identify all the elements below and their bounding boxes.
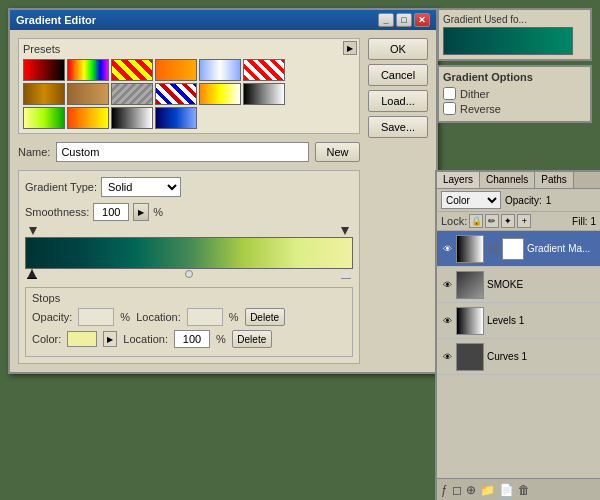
preset-item[interactable] [199, 83, 241, 105]
tab-paths[interactable]: Paths [535, 172, 574, 188]
layer-thumb-smoke [456, 271, 484, 299]
scroll-right-icon: ▶ [347, 44, 353, 53]
color-location-label: Location: [123, 333, 168, 345]
dither-checkbox[interactable] [443, 87, 456, 100]
minimize-button[interactable]: _ [378, 13, 394, 27]
cancel-button[interactable]: Cancel [368, 64, 428, 86]
preset-item[interactable] [155, 83, 197, 105]
top-stop-left[interactable] [29, 227, 37, 235]
preset-item[interactable] [199, 59, 241, 81]
color-arrow-button[interactable]: ▶ [103, 331, 117, 347]
bottom-stop-mid[interactable] [185, 270, 193, 278]
layer-thumb-gradient [456, 235, 484, 263]
top-stop-right[interactable] [341, 227, 349, 235]
title-bar: Gradient Editor _ □ ✕ [10, 10, 436, 30]
stops-title: Stops [32, 292, 346, 304]
layer-item-levels[interactable]: 👁 Levels 1 [437, 303, 600, 339]
layer-item-gradient-mask[interactable]: 👁 ⛓ Gradient Ma... [437, 231, 600, 267]
add-mask-button[interactable]: ◻ [452, 483, 462, 497]
bottom-stop-left[interactable] [27, 269, 37, 279]
close-button[interactable]: ✕ [414, 13, 430, 27]
smoothness-unit: % [153, 206, 163, 218]
layer-item-curves[interactable]: 👁 Curves 1 [437, 339, 600, 375]
layer-name-smoke: SMOKE [487, 279, 596, 290]
preset-item[interactable] [111, 59, 153, 81]
gradient-used-label: Gradient Used fo... [443, 14, 586, 25]
preset-item[interactable] [23, 107, 65, 129]
lock-all-button[interactable]: ✦ [501, 214, 515, 228]
blend-mode-select[interactable]: Color [441, 191, 501, 209]
presets-grid [23, 59, 355, 129]
opacity-location-label: Location: [136, 311, 181, 323]
color-delete-button[interactable]: Delete [232, 330, 272, 348]
opacity-location-unit: % [229, 311, 239, 323]
group-button[interactable]: 📁 [480, 483, 495, 497]
layer-eye-levels[interactable]: 👁 [441, 315, 453, 327]
right-floating-panels: Gradient Used fo... Gradient Options Dit… [437, 8, 592, 123]
layer-item-smoke[interactable]: 👁 SMOKE [437, 267, 600, 303]
maximize-button[interactable]: □ [396, 13, 412, 27]
gradient-settings: Gradient Type: Solid Noise Smoothness: ▶… [18, 170, 360, 364]
smoothness-row: Smoothness: ▶ % [25, 203, 353, 221]
save-button[interactable]: Save... [368, 116, 428, 138]
opacity-delete-button[interactable]: Delete [245, 308, 285, 326]
load-button[interactable]: Load... [368, 90, 428, 112]
gradient-type-select[interactable]: Solid Noise [101, 177, 181, 197]
preset-item[interactable] [67, 59, 109, 81]
gradient-type-row: Gradient Type: Solid Noise [25, 177, 353, 197]
layer-eye-gradient[interactable]: 👁 [441, 243, 453, 255]
presets-scroll-button[interactable]: ▶ [343, 41, 357, 55]
preset-item[interactable] [243, 83, 285, 105]
gradient-used-panel: Gradient Used fo... [437, 8, 592, 61]
ok-button[interactable]: OK [368, 38, 428, 60]
color-location-unit: % [216, 333, 226, 345]
tab-layers[interactable]: Layers [437, 172, 480, 188]
opacity-location-input[interactable] [187, 308, 223, 326]
lock-row: Lock: 🔒 ✏ ✦ + Fill: 1 [437, 212, 600, 231]
window-controls: _ □ ✕ [378, 13, 430, 27]
layer-eye-smoke[interactable]: 👁 [441, 279, 453, 291]
lock-move-button[interactable]: + [517, 214, 531, 228]
preset-item[interactable] [67, 107, 109, 129]
layer-thumb-levels [456, 307, 484, 335]
add-layer-style-button[interactable]: ƒ [441, 483, 448, 497]
opacity-label: Opacity: [32, 311, 72, 323]
preset-item[interactable] [243, 59, 285, 81]
name-label: Name: [18, 146, 50, 158]
maximize-icon: □ [401, 15, 406, 25]
tab-channels[interactable]: Channels [480, 172, 535, 188]
layers-panel: Layers Channels Paths Color Opacity: 1 L… [435, 170, 600, 500]
preset-item[interactable] [111, 107, 153, 129]
preset-item[interactable] [23, 59, 65, 81]
bottom-stop-right[interactable] [341, 269, 351, 279]
preset-item[interactable] [67, 83, 109, 105]
smoothness-input[interactable] [93, 203, 129, 221]
gradient-options-panel: Gradient Options Dither Reverse [437, 65, 592, 123]
preset-item[interactable] [111, 83, 153, 105]
lock-position-button[interactable]: ✏ [485, 214, 499, 228]
name-row: Name: New [18, 142, 360, 162]
smoothness-stepper[interactable]: ▶ [133, 203, 149, 221]
gradient-preview-bar[interactable] [25, 237, 353, 269]
preset-item[interactable] [155, 107, 197, 129]
opacity-value: 1 [546, 195, 566, 206]
gradient-used-preview [443, 27, 573, 55]
preset-item[interactable] [155, 59, 197, 81]
gradient-editor-window: Gradient Editor _ □ ✕ Presets ▶ [8, 8, 438, 374]
color-swatch[interactable] [67, 331, 97, 347]
adjustment-button[interactable]: ⊕ [466, 483, 476, 497]
lock-pixels-button[interactable]: 🔒 [469, 214, 483, 228]
gradient-bar-container [25, 227, 353, 281]
name-input[interactable] [56, 142, 309, 162]
layer-eye-curves[interactable]: 👁 [441, 351, 453, 363]
color-location-input[interactable] [174, 330, 210, 348]
preset-item[interactable] [23, 83, 65, 105]
reverse-checkbox[interactable] [443, 102, 456, 115]
new-button[interactable]: New [315, 142, 360, 162]
opacity-input[interactable] [78, 308, 114, 326]
editor-left: Presets ▶ [18, 38, 360, 364]
new-layer-button[interactable]: 📄 [499, 483, 514, 497]
layer-name-levels: Levels 1 [487, 315, 596, 326]
close-icon: ✕ [418, 15, 426, 25]
delete-layer-button[interactable]: 🗑 [518, 483, 530, 497]
